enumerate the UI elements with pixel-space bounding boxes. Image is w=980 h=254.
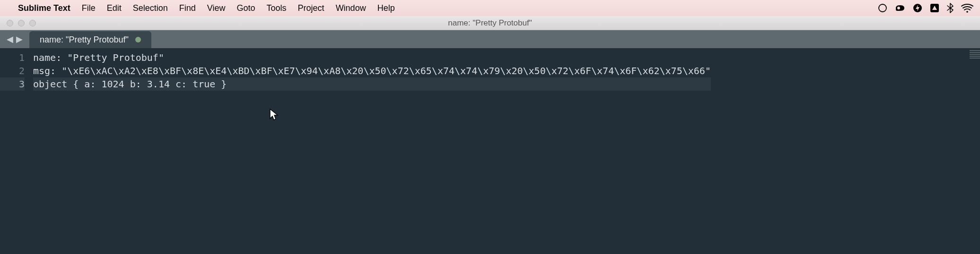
bluetooth-icon[interactable]	[947, 3, 954, 13]
line-number-gutter: 123	[0, 48, 33, 254]
menu-tools[interactable]: Tools	[267, 3, 287, 13]
close-window-button[interactable]	[7, 20, 13, 26]
nav-back-icon[interactable]: ◀	[7, 34, 13, 44]
menu-file[interactable]: File	[82, 3, 96, 13]
tab-history-nav: ◀ ▶	[0, 30, 29, 48]
zoom-window-button[interactable]	[29, 20, 36, 26]
menubar-status-icons	[878, 3, 973, 13]
code-content[interactable]: name: "Pretty Protobuf"msg: "\xE6\xAC\xA…	[33, 48, 711, 254]
svg-point-4	[966, 11, 968, 13]
tab-bar: ◀ ▶ name: "Pretty Protobuf"	[0, 30, 980, 48]
menu-project[interactable]: Project	[298, 3, 324, 13]
line-number: 3	[0, 77, 25, 91]
line-number: 2	[0, 64, 25, 77]
menu-edit[interactable]: Edit	[107, 3, 122, 13]
minimap[interactable]	[970, 50, 980, 59]
wifi-icon[interactable]	[961, 3, 973, 13]
power-status-icon[interactable]	[913, 3, 922, 13]
svg-rect-1	[897, 7, 900, 9]
tab-label: name: "Pretty Protobuf"	[40, 35, 129, 45]
macos-menubar: Sublime Text File Edit Selection Find Vi…	[0, 0, 980, 16]
editor-area[interactable]: 123 name: "Pretty Protobuf"msg: "\xE6\xA…	[0, 48, 980, 254]
line-number: 1	[0, 51, 25, 64]
menu-view[interactable]: View	[207, 3, 226, 13]
window-titlebar[interactable]: name: "Pretty Protobuf"	[0, 16, 980, 30]
code-line[interactable]: msg: "\xE6\xAC\xA2\xE8\xBF\x8E\xE4\xBD\x…	[33, 64, 711, 77]
nav-forward-icon[interactable]: ▶	[16, 34, 23, 44]
menu-find[interactable]: Find	[179, 3, 196, 13]
app-menu[interactable]: Sublime Text	[18, 3, 70, 13]
menu-window[interactable]: Window	[336, 3, 366, 13]
tab-dirty-indicator-icon	[135, 37, 141, 42]
circle-status-icon[interactable]	[878, 3, 887, 13]
menu-selection[interactable]: Selection	[133, 3, 168, 13]
triangle-status-icon[interactable]	[930, 3, 939, 13]
menu-help[interactable]: Help	[377, 3, 395, 13]
vpn-status-icon[interactable]	[895, 4, 905, 12]
code-line[interactable]: object { a: 1024 b: 3.14 c: true }	[33, 77, 711, 91]
minimize-window-button[interactable]	[18, 20, 25, 26]
code-line[interactable]: name: "Pretty Protobuf"	[33, 51, 711, 64]
menu-goto[interactable]: Goto	[237, 3, 255, 13]
tab-active[interactable]: name: "Pretty Protobuf"	[29, 31, 151, 48]
window-title: name: "Pretty Protobuf"	[0, 18, 980, 28]
traffic-lights	[0, 20, 36, 26]
svg-point-0	[879, 4, 886, 12]
